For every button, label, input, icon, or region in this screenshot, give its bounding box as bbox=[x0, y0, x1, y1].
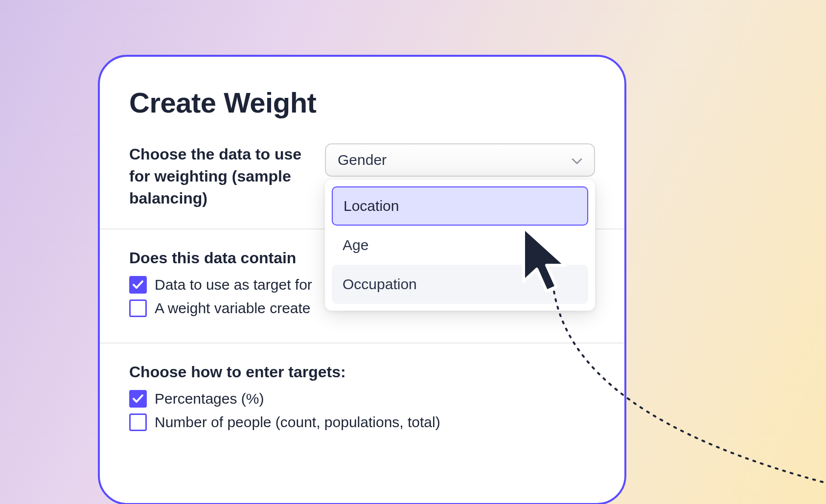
checkbox-weight-variable[interactable] bbox=[129, 299, 147, 317]
checkbox-target-data-label: Data to use as target for bbox=[155, 276, 312, 293]
create-weight-modal: Create Weight Choose the data to use for… bbox=[98, 55, 626, 504]
enter-targets-label: Choose how to enter targets: bbox=[129, 363, 595, 381]
checkbox-target-data[interactable] bbox=[129, 276, 147, 294]
checkbox-percentages-label: Percentages (%) bbox=[155, 390, 264, 407]
choose-data-label: Choose the data to use for weighting (sa… bbox=[129, 143, 305, 209]
dropdown-selected-value: Gender bbox=[338, 152, 387, 168]
modal-title: Create Weight bbox=[100, 86, 624, 143]
dropdown-option-occupation[interactable]: Occupation bbox=[332, 265, 588, 304]
checkbox-number-people-label: Number of people (count, populations, to… bbox=[155, 414, 440, 431]
checkbox-weight-variable-label: A weight variable create bbox=[155, 300, 311, 317]
chevron-down-icon bbox=[572, 152, 582, 168]
checkbox-number-people[interactable] bbox=[129, 413, 147, 431]
check-icon bbox=[132, 394, 144, 404]
dropdown-menu: Location Age Occupation bbox=[325, 180, 595, 311]
section-choose-data: Choose the data to use for weighting (sa… bbox=[100, 143, 624, 229]
checkbox-percentages[interactable] bbox=[129, 390, 147, 408]
dropdown-option-age[interactable]: Age bbox=[332, 226, 588, 265]
dropdown-option-location[interactable]: Location bbox=[332, 186, 588, 226]
weighting-data-dropdown[interactable]: Gender bbox=[325, 143, 595, 177]
check-icon bbox=[132, 280, 144, 290]
section-enter-targets: Choose how to enter targets: Percentages… bbox=[100, 343, 624, 457]
